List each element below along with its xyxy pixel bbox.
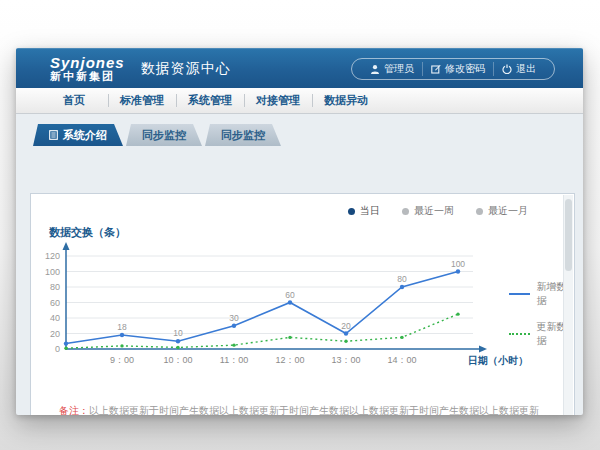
tab-label: 同步监控 bbox=[221, 128, 265, 143]
app-window: Synjones 新中新集团 数据资源中心 管理员 修改密码 bbox=[16, 48, 583, 415]
svg-text:13：00: 13：00 bbox=[331, 355, 360, 365]
svg-text:60: 60 bbox=[285, 290, 295, 300]
svg-text:0: 0 bbox=[55, 344, 60, 354]
user-toolbar: 管理员 修改密码 退出 bbox=[351, 58, 555, 80]
svg-text:80: 80 bbox=[50, 282, 60, 292]
svg-text:40: 40 bbox=[50, 313, 60, 323]
radio-today[interactable]: 当日 bbox=[348, 204, 380, 218]
nav-item-home[interactable]: 首页 bbox=[40, 88, 108, 113]
radio-dot-icon bbox=[476, 208, 483, 215]
dotted-line-icon bbox=[509, 333, 530, 335]
nav-item-system-management[interactable]: 系统管理 bbox=[176, 88, 244, 113]
footnote-text: 以上数据更新于时间产生数据以上数据更新于时间产生数据以上数据更新于时间产生数据以… bbox=[59, 405, 539, 415]
y-axis-title: 数据交换（条） bbox=[49, 225, 126, 240]
radio-label: 最近一月 bbox=[488, 204, 528, 218]
footnote: 备注：以上数据更新于时间产生数据以上数据更新于时间产生数据以上数据更新于时间产生… bbox=[59, 404, 540, 415]
svg-text:80: 80 bbox=[397, 274, 407, 284]
document-icon bbox=[49, 130, 58, 140]
tab-bar: 系统介绍 同步监控 同步监控 bbox=[16, 114, 583, 146]
svg-text:20: 20 bbox=[341, 321, 351, 331]
solid-line-icon bbox=[509, 293, 530, 295]
radio-label: 最近一周 bbox=[414, 204, 454, 218]
brand-logo: Synjones 新中新集团 bbox=[50, 55, 125, 82]
scrollbar-thumb[interactable] bbox=[565, 199, 572, 271]
tab-sync-monitor-1[interactable]: 同步监控 bbox=[126, 124, 202, 146]
logout-button[interactable]: 退出 bbox=[493, 62, 544, 76]
app-header: Synjones 新中新集团 数据资源中心 管理员 修改密码 bbox=[16, 48, 583, 88]
line-chart: 0204060801001209：0010：0011：0012：0013：001… bbox=[41, 240, 501, 372]
nav-item-standard-management[interactable]: 标准管理 bbox=[108, 88, 176, 113]
footnote-prefix: 备注： bbox=[59, 405, 89, 415]
radio-dot-icon bbox=[402, 208, 409, 215]
panel-scrollbar[interactable] bbox=[563, 195, 573, 415]
radio-dot-icon bbox=[348, 208, 355, 215]
time-range-filter: 当日 最近一周 最近一月 bbox=[348, 204, 528, 218]
svg-text:30: 30 bbox=[229, 313, 239, 323]
logout-label: 退出 bbox=[516, 62, 536, 76]
svg-text:120: 120 bbox=[45, 251, 60, 261]
tab-system-intro[interactable]: 系统介绍 bbox=[33, 124, 123, 146]
nav-item-data-change[interactable]: 数据异动 bbox=[312, 88, 380, 113]
main-nav: 首页 标准管理 系统管理 对接管理 数据异动 bbox=[16, 88, 583, 114]
svg-text:100: 100 bbox=[45, 267, 60, 277]
svg-text:100: 100 bbox=[451, 259, 465, 269]
change-password-label: 修改密码 bbox=[445, 62, 485, 76]
change-password-button[interactable]: 修改密码 bbox=[422, 62, 493, 76]
user-icon bbox=[370, 64, 380, 74]
brand-logo-text: Synjones bbox=[50, 55, 125, 71]
radio-label: 当日 bbox=[360, 204, 380, 218]
current-user-label: 管理员 bbox=[384, 62, 414, 76]
current-user-button[interactable]: 管理员 bbox=[362, 62, 422, 76]
svg-text:20: 20 bbox=[50, 329, 60, 339]
svg-text:9：00: 9：00 bbox=[110, 355, 134, 365]
tab-label: 系统介绍 bbox=[63, 128, 107, 143]
edit-icon bbox=[431, 64, 441, 74]
radio-last-week[interactable]: 最近一周 bbox=[402, 204, 454, 218]
svg-text:60: 60 bbox=[50, 298, 60, 308]
svg-text:18: 18 bbox=[117, 322, 127, 332]
svg-text:10: 10 bbox=[173, 328, 183, 338]
svg-text:12：00: 12：00 bbox=[275, 355, 304, 365]
nav-item-connection-management[interactable]: 对接管理 bbox=[244, 88, 312, 113]
tab-label: 同步监控 bbox=[142, 128, 186, 143]
svg-text:14：00: 14：00 bbox=[387, 355, 416, 365]
power-icon bbox=[502, 64, 512, 74]
svg-text:10：00: 10：00 bbox=[163, 355, 192, 365]
svg-text:11：00: 11：00 bbox=[220, 355, 248, 365]
tab-sync-monitor-2[interactable]: 同步监控 bbox=[205, 124, 281, 146]
chart-panel: 当日 最近一周 最近一月 数据交换（条） 日期（小时） 020406080100… bbox=[30, 193, 575, 415]
brand-logo-subtitle: 新中新集团 bbox=[50, 71, 125, 83]
page-title: 数据资源中心 bbox=[141, 60, 231, 78]
radio-last-month[interactable]: 最近一月 bbox=[476, 204, 528, 218]
